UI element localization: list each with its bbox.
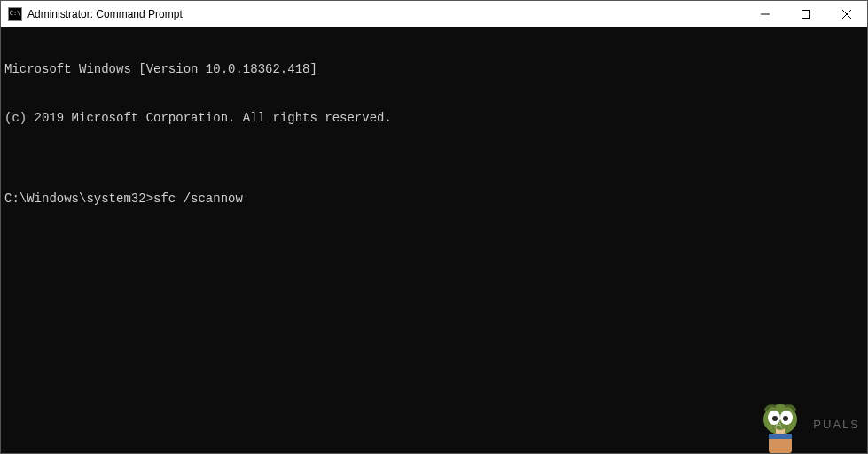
minimize-button[interactable] xyxy=(745,1,786,27)
terminal-area[interactable]: Microsoft Windows [Version 10.0.18362.41… xyxy=(1,27,867,453)
svg-rect-10 xyxy=(769,434,792,439)
watermark: A PUALS xyxy=(746,403,860,448)
svg-point-5 xyxy=(768,411,780,425)
close-button[interactable] xyxy=(826,1,867,27)
app-icon-text: C:\ xyxy=(10,11,21,17)
terminal-output-line: Microsoft Windows [Version 10.0.18362.41… xyxy=(4,61,864,77)
app-icon: C:\ xyxy=(8,7,22,21)
watermark-text-left: A xyxy=(775,418,784,431)
watermark-text-right: PUALS xyxy=(813,418,860,431)
svg-point-7 xyxy=(772,416,778,421)
titlebar[interactable]: C:\ Administrator: Command Prompt xyxy=(1,1,867,27)
mascot-image xyxy=(756,400,805,453)
svg-point-8 xyxy=(783,416,788,421)
command-prompt-window: C:\ Administrator: Command Prompt xyxy=(0,0,868,454)
svg-rect-9 xyxy=(769,434,792,453)
svg-point-6 xyxy=(780,411,793,425)
terminal-command: sfc /scannow xyxy=(153,191,243,207)
terminal-prompt-line: C:\Windows\system32>sfc /scannow xyxy=(4,191,864,207)
svg-rect-1 xyxy=(802,10,810,18)
maximize-button[interactable] xyxy=(786,1,826,27)
svg-point-4 xyxy=(763,404,797,434)
close-icon xyxy=(842,10,851,19)
window-title: Administrator: Command Prompt xyxy=(27,8,183,20)
terminal-output-line: (c) 2019 Microsoft Corporation. All righ… xyxy=(4,110,864,126)
minimize-icon xyxy=(761,10,770,19)
maximize-icon xyxy=(802,10,810,19)
terminal-prompt: C:\Windows\system32> xyxy=(4,191,153,207)
window-controls xyxy=(745,1,867,27)
